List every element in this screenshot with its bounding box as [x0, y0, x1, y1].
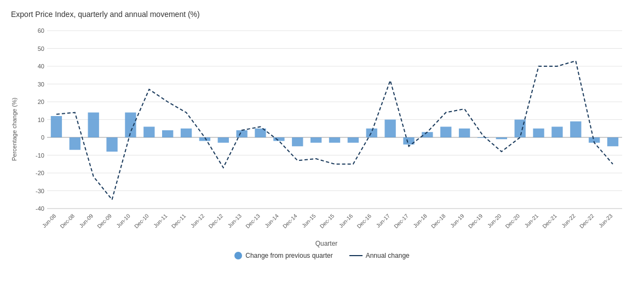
- svg-rect-31: [218, 137, 229, 143]
- svg-rect-32: [236, 130, 247, 137]
- svg-rect-29: [181, 129, 192, 137]
- svg-rect-34: [273, 137, 284, 141]
- svg-text:Jun-21: Jun-21: [524, 212, 540, 229]
- svg-rect-24: [88, 113, 99, 138]
- svg-text:50: 50: [38, 45, 44, 52]
- svg-text:Dec-17: Dec-17: [393, 212, 410, 229]
- svg-text:40: 40: [38, 63, 44, 70]
- svg-text:Dec-16: Dec-16: [356, 212, 373, 229]
- svg-rect-38: [348, 137, 359, 143]
- svg-text:Jun-11: Jun-11: [152, 212, 169, 229]
- svg-text:Dec-21: Dec-21: [541, 212, 558, 229]
- svg-rect-36: [311, 137, 321, 143]
- svg-rect-40: [384, 120, 395, 138]
- svg-text:Jun-15: Jun-15: [301, 212, 317, 229]
- svg-rect-27: [143, 127, 154, 138]
- svg-text:60: 60: [38, 27, 44, 34]
- svg-text:Dec-14: Dec-14: [281, 212, 298, 229]
- svg-rect-42: [422, 132, 433, 137]
- svg-text:-10: -10: [36, 152, 44, 159]
- svg-rect-46: [496, 137, 507, 139]
- svg-text:Jun-20: Jun-20: [486, 212, 503, 229]
- svg-text:Dec-15: Dec-15: [319, 212, 336, 229]
- chart-area: Percentage change (%) 6050403020100-10-2…: [11, 25, 633, 247]
- svg-text:-20: -20: [36, 170, 44, 176]
- svg-text:Dec-09: Dec-09: [96, 212, 113, 229]
- svg-rect-45: [478, 137, 488, 138]
- legend-bar-label: Change from previous quarter: [245, 252, 332, 259]
- legend: Change from previous quarter Annual chan…: [11, 252, 633, 259]
- svg-text:30: 30: [38, 81, 44, 88]
- svg-text:Jun-12: Jun-12: [189, 212, 206, 229]
- svg-rect-23: [70, 137, 81, 150]
- svg-text:Dec-08: Dec-08: [59, 212, 76, 229]
- svg-rect-35: [292, 137, 303, 146]
- svg-text:20: 20: [38, 99, 44, 105]
- svg-text:Jun-14: Jun-14: [263, 212, 280, 229]
- svg-text:Jun-22: Jun-22: [560, 212, 577, 229]
- legend-dot: [234, 252, 242, 259]
- svg-text:Dec-20: Dec-20: [504, 212, 521, 229]
- svg-text:Jun-18: Jun-18: [412, 212, 428, 229]
- svg-text:Dec-10: Dec-10: [133, 212, 150, 229]
- svg-rect-22: [51, 116, 62, 137]
- svg-text:Dec-11: Dec-11: [170, 212, 187, 229]
- svg-text:0: 0: [41, 134, 44, 141]
- svg-rect-52: [607, 137, 618, 146]
- svg-text:Jun-13: Jun-13: [227, 212, 243, 229]
- svg-text:-30: -30: [36, 188, 44, 194]
- svg-text:10: 10: [38, 117, 44, 123]
- svg-text:Jun-23: Jun-23: [597, 212, 614, 229]
- svg-text:Dec-19: Dec-19: [467, 212, 484, 229]
- legend-item-bar: Change from previous quarter: [234, 252, 332, 259]
- svg-text:Jun-08: Jun-08: [41, 212, 58, 229]
- legend-line: [349, 255, 363, 256]
- legend-item-line: Annual change: [349, 252, 410, 259]
- svg-rect-48: [533, 129, 544, 137]
- svg-rect-44: [459, 129, 470, 137]
- chart-inner: 6050403020100-10-20-30-40Jun-08Dec-08Jun…: [20, 25, 633, 247]
- svg-text:Jun-16: Jun-16: [338, 212, 354, 229]
- x-axis-label: Quarter: [20, 240, 633, 247]
- svg-text:Dec-18: Dec-18: [430, 212, 447, 229]
- svg-rect-37: [329, 137, 340, 143]
- y-axis-label: Percentage change (%): [11, 25, 18, 233]
- main-chart: 6050403020100-10-20-30-40Jun-08Dec-08Jun…: [20, 25, 633, 239]
- svg-rect-49: [551, 127, 562, 138]
- svg-rect-28: [162, 130, 173, 137]
- svg-text:Dec-12: Dec-12: [208, 212, 225, 229]
- svg-rect-25: [106, 137, 117, 152]
- svg-text:Jun-19: Jun-19: [449, 212, 465, 229]
- legend-line-label: Annual change: [366, 252, 410, 259]
- svg-rect-43: [440, 127, 451, 138]
- svg-text:Dec-13: Dec-13: [244, 212, 261, 229]
- svg-rect-39: [366, 129, 377, 137]
- svg-text:Jun-09: Jun-09: [78, 212, 95, 229]
- svg-text:Jun-17: Jun-17: [375, 212, 392, 229]
- chart-title: Export Price Index, quarterly and annual…: [11, 10, 633, 19]
- chart-container: Export Price Index, quarterly and annual…: [0, 0, 644, 289]
- svg-text:Jun-10: Jun-10: [115, 212, 131, 229]
- svg-rect-50: [570, 122, 581, 137]
- svg-text:Dec-22: Dec-22: [578, 212, 595, 229]
- svg-text:-40: -40: [36, 205, 44, 212]
